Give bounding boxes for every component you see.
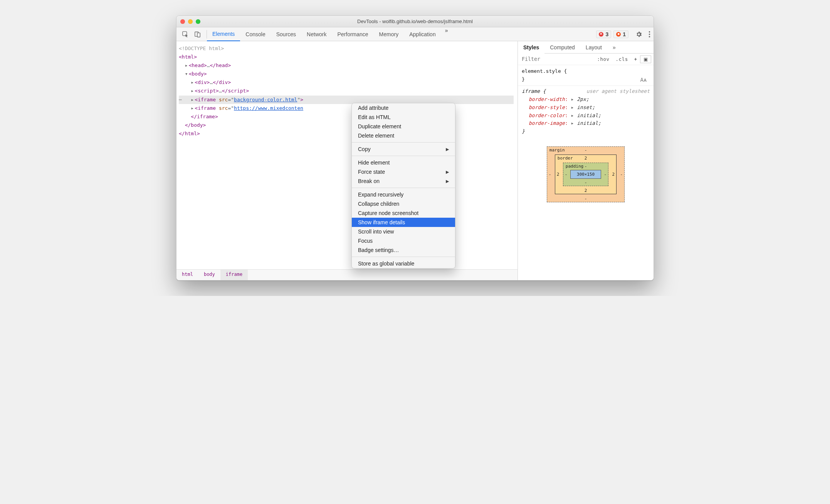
crumb-html[interactable]: html [176, 270, 198, 280]
expand-div-icon[interactable]: ▸ [191, 78, 195, 87]
cls-toggle[interactable]: .cls [613, 56, 631, 62]
svg-point-3 [649, 31, 650, 32]
settings-icon[interactable] [632, 31, 645, 38]
box-model[interactable]: margin - - - - border 2 2 2 2 padding [518, 138, 654, 205]
inspect-icon[interactable] [182, 31, 189, 38]
titlebar: DevTools - wolfib.github.io/web-demos/js… [176, 16, 654, 27]
ctx-item-collapse-children[interactable]: Collapse children [352, 199, 455, 208]
ctx-item-capture-node-screenshot[interactable]: Capture node screenshot [352, 208, 455, 218]
style-rules: element.style { }Aᴀ iframe {user agent s… [518, 65, 654, 138]
crumb-body[interactable]: body [198, 270, 220, 280]
rule-origin: user agent stylesheet [586, 87, 650, 96]
svg-rect-2 [197, 33, 200, 37]
context-menu: Add attributeEdit as HTMLDuplicate eleme… [351, 103, 455, 269]
error-icon: ✕ [599, 32, 603, 37]
issue-icon: ■ [616, 32, 621, 37]
styles-toolbar: :hov .cls + ▣ [518, 54, 654, 65]
content-size: 300×150 [570, 170, 601, 179]
error-badge[interactable]: ✕ 3 [596, 30, 611, 38]
more-icon[interactable] [645, 31, 654, 38]
margin-label: margin [549, 148, 565, 153]
border-label: border [558, 156, 573, 161]
elements-panel: <!DOCTYPE html> <html> ▸<head>…</head> ▾… [176, 41, 518, 280]
issues-count: 1 [623, 31, 626, 37]
close-window-button[interactable] [180, 19, 185, 24]
tab-layout[interactable]: Layout [580, 41, 607, 54]
html-open[interactable]: <html> [179, 54, 197, 60]
tab-sources[interactable]: Sources [271, 27, 301, 41]
new-style-rule-icon[interactable]: + [631, 57, 640, 62]
error-count: 3 [605, 31, 608, 37]
ctx-item-add-attribute[interactable]: Add attribute [352, 103, 455, 113]
ctx-item-expand-recursively[interactable]: Expand recursively [352, 190, 455, 199]
ctx-item-store-as-global-variable[interactable]: Store as global variable [352, 259, 455, 268]
ctx-item-delete-element[interactable]: Delete element [352, 131, 455, 140]
tab-elements[interactable]: Elements [207, 27, 240, 41]
selected-node[interactable]: ⋯ ▸<iframe src="background-color.html"> [179, 96, 514, 104]
font-preview-icon[interactable]: Aᴀ [637, 76, 650, 84]
ctx-item-show-iframe-details[interactable]: Show iframe details [352, 218, 455, 227]
expand-script-icon[interactable]: ▸ [191, 87, 195, 95]
ctx-item-focus[interactable]: Focus [352, 236, 455, 245]
window-controls [180, 19, 200, 24]
tab-computed[interactable]: Computed [544, 41, 580, 54]
tabs-overflow-icon[interactable]: » [441, 27, 452, 41]
padding-label: padding [566, 164, 583, 169]
ctx-item-scroll-into-view[interactable]: Scroll into view [352, 227, 455, 236]
svg-point-5 [649, 36, 650, 37]
devtools-window: DevTools - wolfib.github.io/web-demos/js… [176, 15, 654, 281]
window-title: DevTools - wolfib.github.io/web-demos/js… [176, 18, 654, 24]
collapse-body-icon[interactable]: ▾ [185, 70, 189, 78]
ctx-item-edit-as-html[interactable]: Edit as HTML [352, 113, 455, 122]
minimize-window-button[interactable] [188, 19, 193, 24]
tab-styles[interactable]: Styles [518, 41, 544, 54]
selected-indicator-icon: ⋯ [179, 96, 182, 104]
main-content: <!DOCTYPE html> <html> ▸<head>…</head> ▾… [176, 41, 654, 280]
hov-toggle[interactable]: :hov [594, 56, 612, 62]
panel-tabs: Elements Console Sources Network Perform… [207, 27, 452, 41]
tab-network[interactable]: Network [301, 27, 332, 41]
svg-point-4 [649, 34, 650, 35]
element-style-selector[interactable]: element.style { [522, 67, 567, 76]
filter-input[interactable] [518, 54, 594, 65]
tab-console[interactable]: Console [240, 27, 271, 41]
styles-pane: Styles Computed Layout » :hov .cls + ▣ e… [518, 41, 654, 280]
ctx-item-hide-element[interactable]: Hide element [352, 158, 455, 167]
ctx-item-duplicate-element[interactable]: Duplicate element [352, 122, 455, 131]
tab-memory[interactable]: Memory [374, 27, 404, 41]
styles-tabs: Styles Computed Layout » [518, 41, 654, 54]
ctx-item-break-on[interactable]: Break on▶ [352, 176, 455, 186]
body-open[interactable]: <body> [189, 71, 207, 77]
ctx-item-copy[interactable]: Copy▶ [352, 144, 455, 154]
main-toolbar: Elements Console Sources Network Perform… [176, 27, 654, 41]
tab-performance[interactable]: Performance [332, 27, 373, 41]
breadcrumbs: html body iframe [176, 269, 517, 280]
crumb-iframe[interactable]: iframe [220, 270, 248, 280]
styles-tabs-overflow-icon[interactable]: » [607, 41, 621, 54]
tab-application[interactable]: Application [404, 27, 441, 41]
dom-tree[interactable]: <!DOCTYPE html> <html> ▸<head>…</head> ▾… [176, 41, 517, 269]
device-toggle-icon[interactable] [194, 31, 201, 38]
doctype[interactable]: <!DOCTYPE html> [179, 45, 224, 51]
expand-iframe2-icon[interactable]: ▸ [191, 104, 195, 113]
maximize-window-button[interactable] [196, 19, 200, 24]
ctx-item-badge-settings-[interactable]: Badge settings… [352, 245, 455, 255]
toggle-sidebar-icon[interactable]: ▣ [640, 55, 651, 63]
ctx-item-force-state[interactable]: Force state▶ [352, 167, 455, 176]
issues-badge[interactable]: ■ 1 [613, 30, 628, 38]
expand-head-icon[interactable]: ▸ [185, 61, 189, 70]
